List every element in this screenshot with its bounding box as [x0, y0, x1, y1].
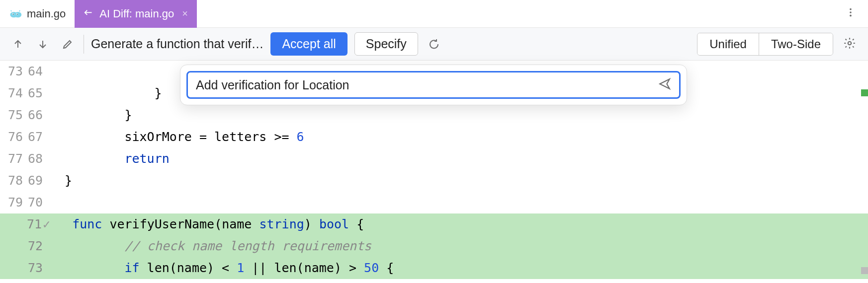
- code-text: if len(name) < 1 || len(name) > 50 {: [54, 257, 394, 279]
- code-line: 71✓func verifyUserName(name string) bool…: [0, 213, 868, 235]
- specify-button[interactable]: Specify: [354, 32, 418, 56]
- view-mode-toggle: Unified Two-Side: [697, 33, 833, 56]
- line-number-old: 79: [0, 192, 27, 213]
- code-text: return: [54, 148, 170, 170]
- diff-icon: [84, 8, 94, 19]
- change-marker[interactable]: [861, 267, 868, 274]
- code-text: }: [54, 170, 72, 192]
- line-number-new: 71✓: [27, 213, 61, 235]
- tab-label: main.go: [27, 7, 66, 20]
- line-number-old: 74: [0, 82, 27, 104]
- twoside-view-button[interactable]: Two-Side: [759, 33, 833, 55]
- code-line: 72 // check name length requirements: [0, 235, 868, 257]
- code-line: 7869}: [0, 170, 868, 192]
- svg-point-6: [850, 8, 852, 10]
- line-number-new: 70: [27, 192, 54, 213]
- line-number-old: 77: [0, 148, 27, 170]
- tab-bar: main.go AI Diff: main.go ×: [0, 0, 868, 28]
- line-number-new: 66: [27, 104, 54, 126]
- change-marker[interactable]: [861, 89, 868, 96]
- tab-options-icon[interactable]: [833, 7, 868, 21]
- code-text: sixOrMore = letters >= 6: [54, 126, 304, 148]
- code-text: }: [54, 104, 132, 126]
- line-number-old: 75: [0, 104, 27, 126]
- svg-point-5: [17, 13, 17, 14]
- line-number-old: 76: [0, 126, 27, 148]
- code-text: // check name length requirements: [54, 235, 371, 257]
- code-line: 7768 return: [0, 148, 868, 170]
- line-number-new: 65: [27, 82, 54, 104]
- unified-view-button[interactable]: Unified: [697, 33, 759, 55]
- code-text: }: [54, 61, 192, 82]
- tab-ai-diff[interactable]: AI Diff: main.go ×: [75, 0, 197, 28]
- tab-label: AI Diff: main.go: [99, 7, 174, 20]
- svg-point-7: [850, 11, 852, 13]
- ai-prompt-summary: Generate a function that verif…: [91, 37, 263, 51]
- diff-toolbar: Generate a function that verif… Accept a…: [0, 28, 868, 61]
- svg-point-8: [850, 14, 852, 16]
- line-number-new: 72: [27, 235, 54, 257]
- line-number-new: 67: [27, 126, 54, 148]
- close-icon[interactable]: ×: [182, 8, 188, 19]
- code-line: 7667 sixOrMore = letters >= 6: [0, 126, 868, 148]
- prev-change-button[interactable]: [9, 35, 27, 53]
- settings-icon[interactable]: [840, 37, 859, 52]
- svg-point-1: [14, 11, 22, 17]
- ai-input-container: [186, 71, 681, 99]
- accept-all-button[interactable]: Accept all: [270, 32, 347, 56]
- code-line: 73 if len(name) < 1 || len(name) > 50 {: [0, 257, 868, 279]
- code-line: 7970: [0, 192, 868, 213]
- next-change-button[interactable]: [34, 35, 52, 53]
- tab-main-go[interactable]: main.go: [0, 0, 75, 28]
- line-number-new: 68: [27, 148, 54, 170]
- line-number-new: 64: [27, 61, 54, 82]
- svg-point-4: [13, 13, 13, 14]
- line-number-new: 73: [27, 257, 54, 279]
- divider: [84, 35, 84, 54]
- code-text: func verifyUserName(name string) bool {: [61, 213, 364, 235]
- refresh-icon[interactable]: [425, 35, 443, 53]
- edit-icon[interactable]: [59, 35, 77, 53]
- code-line: 7566 }: [0, 104, 868, 126]
- svg-point-9: [848, 41, 852, 45]
- line-number-old: 73: [0, 61, 27, 82]
- line-number-new: 69: [27, 170, 54, 192]
- go-file-icon: [9, 7, 22, 20]
- ai-prompt-input[interactable]: [196, 78, 652, 92]
- ai-specify-popup: [180, 65, 687, 105]
- send-icon[interactable]: [658, 77, 671, 92]
- code-text: }: [54, 82, 162, 104]
- line-number-old: 78: [0, 170, 27, 192]
